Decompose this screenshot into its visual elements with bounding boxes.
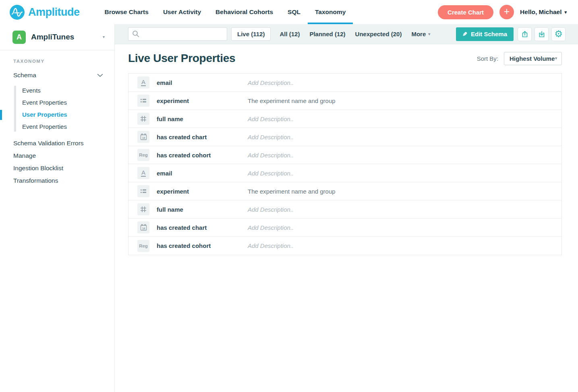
sidebar-item-ingestion-blocklist[interactable]: Ingestion Blocklist xyxy=(0,162,114,174)
title-row: Live User Properties Sort By: Highest Vo… xyxy=(128,49,562,68)
create-chart-button[interactable]: Create Chart xyxy=(438,5,493,19)
number-type-icon xyxy=(137,203,149,215)
tab-live[interactable]: Live (112) xyxy=(231,27,271,41)
number-type-icon xyxy=(137,113,149,125)
nav-item-behavioral-cohorts[interactable]: Behavioral Cohorts xyxy=(208,0,280,24)
sidebar-section-label: TAXONOMY xyxy=(13,59,114,64)
edit-schema-label: Edit Schema xyxy=(471,31,507,37)
reg-type-icon: Reg xyxy=(137,149,149,161)
import-button[interactable] xyxy=(534,27,549,41)
user-menu-label: Hello, Michael xyxy=(520,8,561,16)
sort-by-label: Sort By: xyxy=(477,55,498,62)
amplitude-logo-icon xyxy=(10,5,25,20)
table-row[interactable]: experiment The experiment name and group xyxy=(128,92,561,110)
table-row[interactable]: experiment The experiment name and group xyxy=(128,182,561,200)
chevron-down-icon: ▾ xyxy=(564,10,567,14)
chevron-down-icon: ▾ xyxy=(555,56,557,60)
more-dropdown[interactable]: More ▾ xyxy=(406,31,435,37)
table-row[interactable]: Reg has created cohort Add Description.. xyxy=(128,146,561,164)
sidebar-item-user-properties[interactable]: User Properties xyxy=(0,109,114,121)
string-type-icon: A xyxy=(137,76,149,89)
sidebar-item-events[interactable]: Events xyxy=(0,85,114,97)
export-icon xyxy=(521,30,529,38)
header-right: Create Chart + Hello, Michael ▾ xyxy=(438,5,567,19)
plus-button[interactable]: + xyxy=(499,5,514,19)
user-menu[interactable]: Hello, Michael ▾ xyxy=(520,8,567,16)
chevron-down-icon: ▾ xyxy=(103,35,105,39)
nav-item-taxonomy[interactable]: Taxonomy xyxy=(308,0,353,24)
table-row[interactable]: A email Add Description.. xyxy=(128,164,561,182)
org-avatar: A xyxy=(12,31,26,44)
sidebar-item-manage[interactable]: Manage xyxy=(0,149,114,162)
sort-by: Sort By: Highest Volume ▾ xyxy=(477,52,562,65)
search-input[interactable] xyxy=(142,31,223,38)
page-title: Live User Properties xyxy=(128,52,235,65)
export-button[interactable] xyxy=(518,27,532,41)
nav-item-user-activity[interactable]: User Activity xyxy=(156,0,208,24)
toolbar-right: ✎ Edit Schema xyxy=(456,27,566,41)
schema-label: Schema xyxy=(13,72,36,79)
edit-schema-button[interactable]: ✎ Edit Schema xyxy=(456,27,514,41)
content-area: Live User Properties Sort By: Highest Vo… xyxy=(115,44,578,392)
sidebar-links: Schema Validation Errors Manage Ingestio… xyxy=(0,137,114,187)
tab-unexpected[interactable]: Unexpected (20) xyxy=(350,31,407,37)
org-switcher[interactable]: A AmpliTunes ▾ xyxy=(0,24,114,50)
svg-text:14: 14 xyxy=(142,136,145,139)
brand-name: Amplitude xyxy=(28,6,80,19)
plus-icon: + xyxy=(504,6,510,17)
chevron-down-icon xyxy=(97,74,103,77)
search-box[interactable] xyxy=(128,27,227,41)
schema-children: Events Event Properties User Properties … xyxy=(0,85,114,133)
status-tabs: Live (112) All (12) Planned (12) Unexpec… xyxy=(231,27,406,41)
sort-by-value: Highest Volume xyxy=(510,55,555,62)
properties-table: A email Add Description.. experiment The… xyxy=(128,73,562,255)
sidebar-item-schema[interactable]: Schema xyxy=(0,69,114,81)
svg-text:14: 14 xyxy=(142,227,145,229)
sidebar-item-event-properties[interactable]: Event Properties xyxy=(0,121,114,133)
main-column: Live (112) All (12) Planned (12) Unexpec… xyxy=(115,24,578,392)
nav-item-browse-charts[interactable]: Browse Charts xyxy=(97,0,156,24)
date-type-icon: 14 xyxy=(137,131,149,143)
date-type-icon: 14 xyxy=(137,221,149,233)
table-row[interactable]: full name Add Description.. xyxy=(128,200,561,219)
sidebar-item-schema-validation-errors[interactable]: Schema Validation Errors xyxy=(0,137,114,149)
sidebar-item-event-properties[interactable]: Event Properties xyxy=(0,97,114,109)
table-row[interactable]: Reg has created cohort Add Description.. xyxy=(128,237,561,255)
import-icon xyxy=(538,30,546,38)
settings-button[interactable]: ⚙ xyxy=(551,27,566,41)
table-row[interactable]: 14 has created chart Add Description.. xyxy=(128,219,561,237)
table-row[interactable]: 14 has created chart Add Description.. xyxy=(128,128,561,146)
gear-icon: ⚙ xyxy=(554,29,563,39)
main-nav: Browse Charts User Activity Behavioral C… xyxy=(97,0,353,24)
string-type-icon: A xyxy=(137,167,149,179)
sort-by-select[interactable]: Highest Volume ▾ xyxy=(504,52,562,65)
amplitude-logo[interactable]: Amplitude xyxy=(10,5,80,20)
org-name: AmpliTunes xyxy=(31,33,103,41)
table-row[interactable]: A email Add Description.. xyxy=(128,74,561,92)
taxonomy-toolbar: Live (112) All (12) Planned (12) Unexpec… xyxy=(115,24,578,44)
nav-item-sql[interactable]: SQL xyxy=(280,0,308,24)
top-header: Amplitude Browse Charts User Activity Be… xyxy=(0,0,578,24)
pencil-icon: ✎ xyxy=(462,31,467,37)
tab-planned[interactable]: Planned (12) xyxy=(305,31,350,37)
sidebar-item-transformations[interactable]: Transformations xyxy=(0,174,114,187)
reg-type-icon: Reg xyxy=(137,240,149,252)
list-type-icon xyxy=(137,185,149,197)
list-type-icon xyxy=(137,95,149,107)
chevron-down-icon: ▾ xyxy=(428,32,430,36)
sidebar: A AmpliTunes ▾ TAXONOMY Schema Events Ev… xyxy=(0,24,115,392)
search-icon xyxy=(132,30,140,38)
tab-all[interactable]: All (12) xyxy=(275,31,305,37)
more-label: More xyxy=(411,31,426,37)
table-row[interactable]: full name Add Description.. xyxy=(128,110,561,128)
